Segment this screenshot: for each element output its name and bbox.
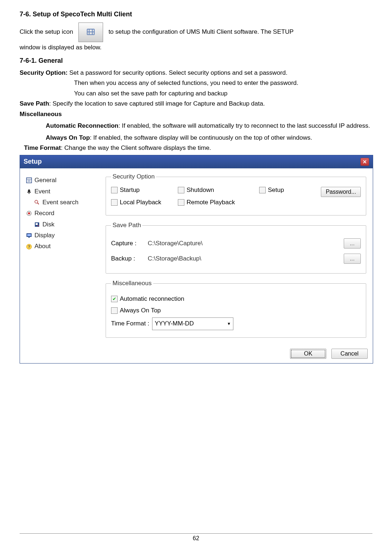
intro-text-c: window is displayed as below. [20,43,372,52]
save-path-label: Save Path [20,100,49,107]
section-heading: 7-6. Setup of SpecoTech Multi Client [20,9,372,20]
backup-browse-button[interactable]: ... [344,254,361,264]
close-icon: ✕ [363,159,367,164]
svg-point-15 [38,225,39,226]
tree-item-display[interactable]: Display [26,231,102,240]
local-playback-label: Local Playback [120,198,178,207]
save-path-line: Save Path: Specify the location to save … [20,99,372,108]
window-title: Setup [24,157,42,167]
tree-item-event[interactable]: Event [26,187,102,196]
category-tree: General Event Event search Record [24,172,103,342]
auto-reconnect-text: : If enabled, the software will automati… [118,122,370,129]
remote-playback-label: Remote Playback [187,198,259,207]
svg-rect-14 [36,223,38,225]
local-playback-checkbox[interactable] [111,199,118,206]
time-format-value: YYYY-MM-DD [155,319,194,328]
page-number: 62 [193,534,199,543]
cancel-button[interactable]: Cancel [331,349,368,359]
general-icon [26,177,32,184]
save-path-group: Save Path Capture : C:\Storage\Capture\ … [106,221,366,274]
question-icon: ? [26,243,32,250]
tree-item-general[interactable]: General [26,176,102,185]
svg-text:?: ? [28,245,30,249]
always-on-top-checkbox[interactable] [111,307,118,314]
security-option-text: Set a password for security options. Sel… [69,69,287,76]
svg-rect-17 [27,234,31,236]
shutdown-label: Shutdown [187,185,259,195]
time-format-line: Time Format: Change the way the Client s… [24,143,372,153]
security-option-line2: Then when you access any of selected fun… [74,78,372,88]
backup-path-value: C:\Storage\Backup\ [146,253,344,264]
intro-paragraph: Click the setup icon to setup the config… [20,22,372,42]
capture-path-label: Capture : [111,239,146,248]
auto-reconnect-label: Automatic Reconnection [46,122,118,129]
always-on-top-text: : If enabled, the software display will … [90,134,312,141]
remote-playback-checkbox[interactable] [178,199,184,206]
tree-label: Event [34,187,50,196]
search-event-icon [34,199,40,206]
shutdown-checkbox[interactable] [178,187,184,193]
subsection-heading: 7-6-1. General [20,56,372,66]
footer-rule [20,533,372,534]
time-format-label: Time Format [24,144,61,151]
tree-item-event-search[interactable]: Event search [34,198,102,207]
always-on-top-label: Always On Top [46,134,90,141]
intro-text-b: to setup the configuration of UMS Multi … [109,28,294,35]
tree-item-about[interactable]: ? About [26,242,102,251]
close-button[interactable]: ✕ [360,158,369,166]
time-format-cb-label: Time Format : [111,319,149,328]
password-button[interactable]: Password... [321,187,361,197]
security-option-legend: Security Option [111,172,156,181]
security-option-label: Security Option: [20,69,68,76]
tree-label: General [34,176,56,185]
auto-reconnect-cb-label: Automatic reconnection [120,294,184,304]
setup-dialog: Setup ✕ General Event Event [20,155,373,363]
tree-label: About [34,242,50,251]
miscellaneous-group: Miscellaneous ✔ Automatic reconnection A… [106,279,366,337]
security-option-line: Security Option: Set a password for secu… [20,68,372,78]
always-on-top-line: Always On Top: If enabled, the software … [46,133,372,143]
tree-label: Event search [42,198,78,207]
misc-heading: Miscellaneous [20,110,372,119]
svg-point-8 [29,193,30,194]
display-icon [26,232,32,239]
setup-toolbar-icon [78,22,103,42]
tree-label: Record [34,209,54,218]
save-path-text: : Specify the location to save captured … [49,100,265,107]
tree-item-record[interactable]: Record [26,209,102,218]
setup-label: Setup [268,185,301,195]
time-format-text: : Change the way the Client software dis… [61,144,211,151]
save-path-legend: Save Path [111,221,142,230]
ok-button[interactable]: OK [290,349,326,359]
svg-line-10 [37,203,39,204]
setup-checkbox[interactable] [259,187,266,193]
auto-reconnect-checkbox[interactable]: ✔ [111,296,118,302]
always-on-top-cb-label: Always On Top [120,306,161,315]
time-format-select[interactable]: YYYY-MM-DD ▼ [152,317,233,330]
disk-icon [34,221,40,228]
titlebar: Setup ✕ [20,155,373,168]
chevron-down-icon: ▼ [227,321,231,327]
tree-item-disk[interactable]: Disk [34,220,102,229]
backup-path-label: Backup : [111,254,146,263]
auto-reconnect-line: Automatic Reconnection: If enabled, the … [46,120,372,132]
security-option-group: Security Option Startup Shutdown Setup [106,172,366,216]
bell-icon [26,188,32,195]
svg-rect-18 [28,237,30,238]
miscellaneous-legend: Miscellaneous [111,279,153,288]
startup-label: Startup [120,185,178,195]
startup-checkbox[interactable] [111,187,118,193]
security-option-line3: You can also set the save path for captu… [74,89,372,98]
record-icon [26,210,32,217]
intro-text-a: Click the setup icon [20,28,73,35]
tree-label: Disk [42,220,54,229]
tree-label: Display [34,231,55,240]
svg-point-12 [28,212,30,214]
capture-browse-button[interactable]: ... [344,238,361,249]
svg-point-9 [35,200,38,203]
capture-path-value: C:\Storage\Capture\ [146,238,344,249]
